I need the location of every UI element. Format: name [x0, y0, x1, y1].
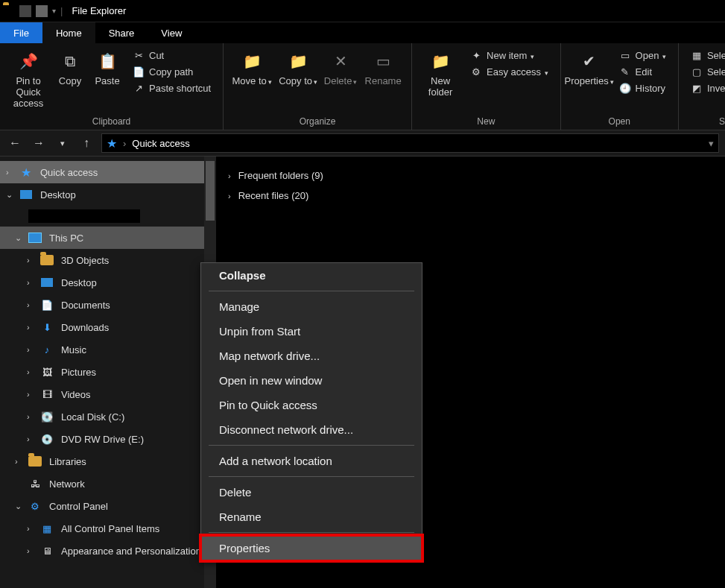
copyto-icon: 📁	[286, 49, 310, 73]
sidebar-item-desktop-root[interactable]: ⌄ Desktop	[0, 183, 216, 206]
sidebar-item-documents[interactable]: ›📄Documents	[0, 294, 216, 316]
nav-up-button[interactable]: ↑	[77, 134, 95, 152]
pc-icon	[28, 231, 42, 244]
invert-selection-button[interactable]: ◩Invert selection	[688, 80, 725, 95]
sidebar-item-control-panel[interactable]: ⌄⚙Control Panel	[0, 495, 216, 517]
context-menu: Collapse Manage Unpin from Start Map net…	[200, 262, 422, 561]
sidebar-item-desktop[interactable]: ›Desktop	[0, 271, 216, 294]
ctx-rename[interactable]: Rename	[201, 505, 422, 529]
selectall-label: Select all	[707, 50, 725, 61]
tab-file[interactable]: File	[0, 22, 42, 43]
sidebar-item-all-cpanel[interactable]: ›▦All Control Panel Items	[0, 517, 216, 540]
edit-button[interactable]: ✎Edit	[616, 64, 669, 79]
sidebar-item-quick-access[interactable]: › ★ Quick access	[0, 161, 216, 183]
tab-view[interactable]: View	[148, 22, 195, 43]
chevron-right-icon[interactable]: ›	[27, 524, 37, 533]
qat-icon-2[interactable]	[36, 5, 48, 17]
ctx-collapse[interactable]: Collapse	[201, 263, 422, 288]
ctx-manage[interactable]: Manage	[201, 294, 422, 319]
properties-button[interactable]: ✔Properties▾	[567, 46, 612, 90]
chevron-down-icon[interactable]: ⌄	[15, 233, 25, 243]
chevron-down-icon[interactable]: ⌄	[6, 190, 16, 200]
network-icon: 🖧	[28, 477, 42, 490]
chevron-right-icon[interactable]: ›	[27, 390, 37, 399]
nav-sidebar: › ★ Quick access ⌄ Desktop ⌄ This PC ›3D…	[0, 157, 216, 588]
tab-home[interactable]: Home	[42, 22, 95, 43]
chevron-right-icon[interactable]: ›	[228, 171, 231, 180]
cut-button[interactable]: ✂Cut	[130, 48, 214, 63]
ctx-map-drive[interactable]: Map network drive...	[201, 344, 422, 368]
ribbon-group-new: 📁New folder ✦New item ▾ ⚙Easy access ▾ N…	[412, 43, 561, 130]
group-recent-files[interactable]: › Recent files (20)	[228, 186, 713, 206]
nav-forward-button[interactable]: →	[30, 134, 48, 152]
chevron-right-icon[interactable]: ›	[6, 168, 16, 177]
sidebar-item-music[interactable]: ›♪Music	[0, 338, 216, 361]
properties-label: Properties▾	[564, 76, 613, 87]
history-button[interactable]: 🕘History	[616, 80, 669, 95]
qat-dropdown[interactable]: ▾	[52, 7, 56, 15]
ctx-open-window[interactable]: Open in new window	[201, 368, 422, 393]
invert-label: Invert selection	[707, 83, 725, 94]
address-location[interactable]: Quick access	[132, 138, 189, 149]
nav-recent-button[interactable]: ▾	[54, 134, 72, 152]
nav-back-button[interactable]: ←	[6, 134, 24, 152]
label-dl: Downloads	[61, 322, 109, 333]
sidebar-item-dvd[interactable]: ›💿DVD RW Drive (E:)	[0, 428, 216, 450]
ctx-unpin[interactable]: Unpin from Start	[201, 319, 422, 344]
address-dropdown-icon[interactable]: ▾	[709, 138, 714, 149]
easy-access-button[interactable]: ⚙Easy access ▾	[467, 64, 551, 79]
copypath-label: Copy path	[149, 66, 193, 78]
open-button[interactable]: ▭Open ▾	[616, 48, 669, 63]
ctx-pin-quick[interactable]: Pin to Quick access	[201, 393, 422, 417]
move-to-button[interactable]: 📁Move to▾	[229, 46, 274, 90]
ctx-delete[interactable]: Delete	[201, 480, 422, 505]
chevron-right-icon[interactable]: ›	[27, 278, 37, 287]
pin-quick-access-button[interactable]: 📌 Pin to Quick access	[6, 46, 51, 113]
sidebar-item-pictures[interactable]: ›🖼Pictures	[0, 361, 216, 383]
chevron-right-icon[interactable]: ›	[27, 256, 37, 265]
sidebar-item-libraries[interactable]: ›Libraries	[0, 450, 216, 472]
copy-to-button[interactable]: 📁Copy to▾	[276, 46, 320, 90]
address-bar[interactable]: ★ › Quick access ▾	[101, 133, 719, 153]
ctx-disconnect[interactable]: Disconnect network drive...	[201, 417, 422, 442]
pin-icon: 📌	[16, 49, 40, 73]
sidebar-item-network[interactable]: 🖧Network	[0, 472, 216, 495]
qat-icon-1[interactable]	[19, 5, 31, 17]
chevron-down-icon[interactable]: ⌄	[15, 502, 25, 511]
chevron-right-icon[interactable]: ›	[27, 434, 37, 443]
paste-shortcut-button[interactable]: ↗Paste shortcut	[130, 80, 214, 95]
select-all-button[interactable]: ▦Select all	[688, 48, 725, 63]
select-none-button[interactable]: ▢Select none	[688, 64, 725, 79]
chevron-right-icon[interactable]: ›	[27, 367, 37, 376]
chevron-right-icon[interactable]: ›	[27, 412, 37, 421]
chevron-right-icon[interactable]: ›	[27, 546, 37, 555]
copy-path-button[interactable]: 📄Copy path	[130, 64, 214, 79]
chevron-right-icon[interactable]: ›	[27, 323, 37, 332]
paste-label: Paste	[95, 76, 119, 87]
sidebar-item-videos[interactable]: ›🎞Videos	[0, 383, 216, 405]
new-folder-button[interactable]: 📁New folder	[418, 46, 463, 101]
new-item-button[interactable]: ✦New item ▾	[467, 48, 551, 63]
titlebar-sep: |	[60, 5, 63, 16]
chevron-right-icon[interactable]: ›	[27, 300, 37, 309]
rename-button[interactable]: ▭Rename	[361, 46, 405, 90]
tab-share[interactable]: Share	[95, 22, 148, 43]
sidebar-item-3d-objects[interactable]: ›3D Objects	[0, 249, 216, 271]
group-frequent-folders[interactable]: › Frequent folders (9)	[228, 165, 713, 186]
ctx-properties[interactable]: Properties	[201, 536, 422, 560]
sidebar-item-local-disk[interactable]: ›💽Local Disk (C:)	[0, 405, 216, 428]
sidebar-item-appearance[interactable]: ›🖥Appearance and Personalization	[0, 540, 216, 562]
sidebar-item-downloads[interactable]: ›⬇Downloads	[0, 316, 216, 338]
copypath-icon: 📄	[133, 66, 145, 78]
ctx-add-location[interactable]: Add a network location	[201, 449, 422, 473]
copy-button[interactable]: ⧉ Copy	[52, 46, 88, 90]
sidebar-item-this-pc[interactable]: ⌄ This PC	[0, 227, 216, 249]
chevron-right-icon[interactable]: ›	[27, 345, 37, 354]
chevron-right-icon[interactable]: ›	[15, 457, 25, 466]
paste-button[interactable]: 📋 Paste	[89, 46, 125, 90]
newitem-icon: ✦	[470, 49, 482, 61]
scrollbar-thumb[interactable]	[206, 161, 215, 221]
delete-button[interactable]: ✕Delete▾	[322, 46, 359, 90]
sidebar-item-redacted[interactable]	[0, 206, 216, 227]
chevron-right-icon[interactable]: ›	[228, 192, 231, 200]
